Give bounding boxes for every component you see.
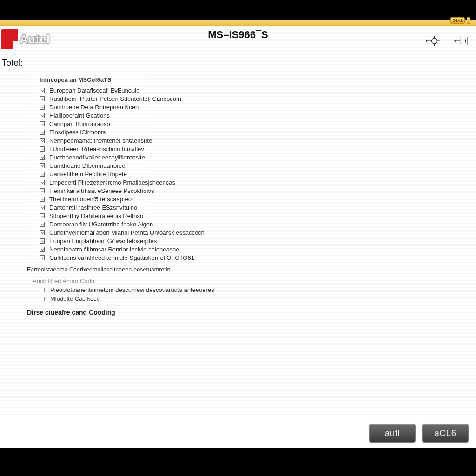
- checkbox-icon[interactable]: [40, 172, 45, 177]
- checkbox-icon[interactable]: [40, 230, 45, 235]
- status-chip-group: S1–1: [450, 17, 470, 24]
- brand-logo-text: Autel: [20, 32, 50, 46]
- module-row-label: Nennlbeatro filihmsar Renrlor Ieclvie ce…: [49, 246, 179, 253]
- module-row-label: Rusdibem IP arter Petsen Sdententetj Can…: [49, 95, 181, 102]
- footer-button-secondary[interactable]: aCL6: [422, 424, 469, 443]
- app-body: Totel: Intneopea an MSCof6aTS European D…: [0, 53, 476, 418]
- options-subheader: Anch Rred Amao Codri: [33, 278, 475, 284]
- module-row[interactable]: Nennlbeatro filihmsar Renrlor Ieclvie ce…: [27, 245, 149, 253]
- module-row-label: Uumtheane Dfbemnaanorce: [49, 162, 125, 169]
- module-panel: Intneopea an MSCof6aTS European Datafise…: [27, 73, 149, 264]
- total-label: Totel:: [1, 56, 475, 71]
- checkbox-icon[interactable]: [40, 121, 45, 126]
- module-row-label: Galtitsens callithleed tenniule-Sgattish…: [49, 254, 194, 261]
- exit-icon[interactable]: [454, 34, 469, 49]
- checkbox-icon[interactable]: [40, 197, 45, 202]
- module-row[interactable]: Uumtheane Dfbemnaanorce: [27, 161, 149, 170]
- checkbox-icon[interactable]: [40, 180, 45, 185]
- module-row-label: Denroeran fiiv UGatetrriha fnake Aigen: [49, 221, 153, 228]
- module-row-label: Dantenrstl rasihree ESzsnvttuino: [49, 204, 137, 211]
- module-row[interactable]: Dunthpene De a Rntrepnan Kcen: [27, 103, 149, 111]
- option-row-label: Pieoplotoanentinmetom descumesi descouar…: [50, 286, 214, 293]
- app-footer: autl aCL6: [0, 418, 476, 448]
- module-row[interactable]: Cundthvelniomal aboh Mianril Pethta Onto…: [27, 228, 149, 237]
- checkbox-empty-icon[interactable]: [40, 297, 45, 301]
- checkbox-icon[interactable]: [40, 96, 45, 101]
- checkbox-icon[interactable]: [40, 255, 45, 260]
- module-row[interactable]: Uansetithem Pecthre Rnpete: [27, 170, 149, 178]
- module-row-label: Cundthvelniomal aboh Mianril Pethta Onto…: [49, 229, 206, 236]
- gold-strip: [0, 20, 476, 26]
- module-row[interactable]: Dantenrstl rasihree ESzsnvttuino: [27, 203, 149, 212]
- module-row-label: Hiallipeeraint Gcations: [49, 112, 110, 119]
- svg-rect-1: [460, 37, 467, 45]
- module-row[interactable]: Denroeran fiiv UGatetrriha fnake Aigen: [27, 220, 149, 228]
- option-row[interactable]: Mlodelte Cac koce: [40, 295, 475, 302]
- checkbox-icon[interactable]: [40, 163, 45, 168]
- target-icon[interactable]: [425, 34, 441, 49]
- module-row-label: Cannpan Bunrouraoso: [49, 120, 110, 127]
- module-row[interactable]: Thettinernttodenf5Iterscaapteor: [27, 195, 149, 203]
- panel-caption: Earteolstaeama Ceerlxedmnilasdltnaeen-ao…: [27, 266, 475, 273]
- status-chip-mini: [467, 17, 470, 24]
- module-row[interactable]: Duothpenr/dfivaller eeshyllfktrensite: [27, 153, 149, 161]
- checkbox-icon[interactable]: [40, 88, 45, 93]
- module-row[interactable]: Euopen Eurptahhein' Gi'lwantetoserptes: [27, 237, 149, 245]
- module-row[interactable]: Sitopentt iy Dahilerraleeuis Reltnso: [27, 212, 149, 220]
- module-row-label: Elnsdipess iClrmonts: [49, 129, 106, 136]
- checkbox-icon[interactable]: [40, 130, 45, 135]
- module-row-label: Lmpeeertl Pilrezetterlircmo Rmaliaesjshe…: [49, 179, 175, 186]
- module-row-label: Thettinernttodenf5Iterscaapteor: [49, 196, 133, 203]
- module-row-label: European Datafisecafi EvEunoule: [49, 87, 139, 94]
- module-row[interactable]: Elnsdipess iClrmonts: [27, 128, 149, 136]
- checkbox-icon[interactable]: [40, 155, 45, 160]
- module-row-label: Duothpenr/dfivaller eeshyllfktrensite: [49, 154, 145, 161]
- checkbox-icon[interactable]: [40, 146, 45, 152]
- module-row[interactable]: Rusdibem IP arter Petsen Sdententetj Can…: [27, 94, 149, 103]
- brand-logo-mark: [1, 29, 18, 49]
- page-title: MS–IS966¯S: [0, 29, 476, 41]
- module-row[interactable]: Hemihkai altrhsat eSeneee Pscokhoivs: [27, 186, 149, 195]
- svg-point-0: [431, 38, 437, 44]
- checkbox-icon[interactable]: [40, 138, 45, 143]
- panel-title: Intneopea an MSCof6aTS: [27, 76, 149, 86]
- checkbox-icon[interactable]: [40, 238, 45, 244]
- module-row[interactable]: Nennpeemama:lthemtenet-shtaensrite: [27, 136, 149, 145]
- module-row[interactable]: Galtitsens callithleed tenniule-Sgattish…: [27, 253, 149, 262]
- checkbox-icon[interactable]: [40, 205, 45, 210]
- module-row-label: Dunthpene De a Rntrepnan Kcen: [49, 104, 139, 111]
- brand-logo: Autel: [1, 29, 50, 49]
- section-title: Dirse ciueafre cand Cooding: [27, 309, 475, 316]
- module-row[interactable]: Lmpeeertl Pilrezetterlircmo Rmaliaesjshe…: [27, 178, 149, 186]
- app-header: MS–IS966¯S Autel: [0, 26, 476, 53]
- footer-button-primary[interactable]: autl: [369, 424, 416, 443]
- checkbox-icon[interactable]: [40, 247, 45, 252]
- module-row[interactable]: Cannpan Bunrouraoso: [27, 119, 149, 128]
- checkbox-icon[interactable]: [40, 188, 45, 193]
- checkbox-empty-icon[interactable]: [40, 288, 45, 292]
- option-row-label: Mlodelte Cac koce: [50, 295, 100, 302]
- module-row[interactable]: Hiallipeeraint Gcations: [27, 111, 149, 119]
- module-row[interactable]: European Datafisecafi EvEunoule: [27, 86, 149, 94]
- module-row-label: Uansetithem Pecthre Rnpete: [49, 171, 127, 178]
- checkbox-icon[interactable]: [40, 105, 45, 110]
- checkbox-icon[interactable]: [40, 222, 45, 227]
- module-row-label: Sitopentt iy Dahilerraleeuis Reltnso: [49, 212, 143, 219]
- module-row-label: Nennpeemama:lthemtenet-shtaensrite: [49, 137, 152, 144]
- checkbox-icon[interactable]: [40, 213, 45, 218]
- status-chip: S1–1: [450, 17, 465, 24]
- option-row[interactable]: Pieoplotoanentinmetom descumesi descouar…: [40, 286, 475, 293]
- module-row[interactable]: LUnidleeen Rrteashschoin Innivflev: [27, 145, 149, 153]
- module-row-label: Euopen Eurptahhein' Gi'lwantetoserptes: [49, 238, 157, 245]
- module-row-label: LUnidleeen Rrteashschoin Innivflev: [49, 145, 144, 152]
- module-row-label: Hemihkai altrhsat eSeneee Pscokhoivs: [49, 187, 154, 194]
- checkbox-icon[interactable]: [40, 113, 45, 118]
